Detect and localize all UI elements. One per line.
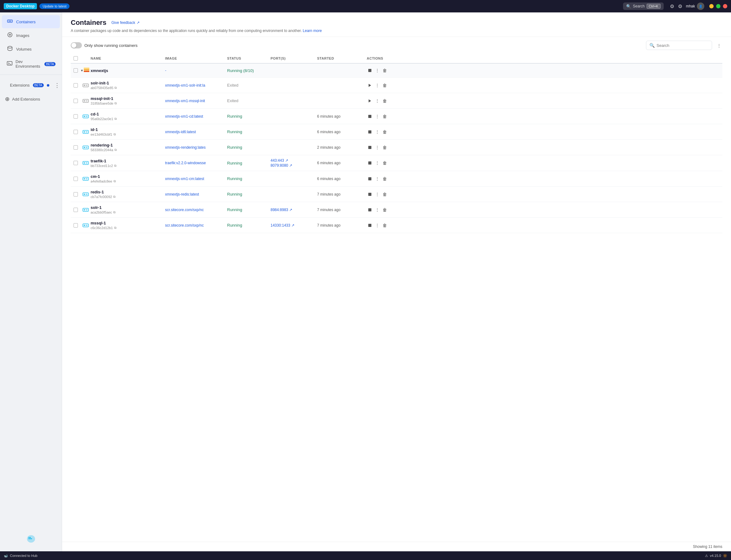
app-logo: Docker Desktop xyxy=(4,3,37,9)
delete-button[interactable]: 🗑 xyxy=(381,67,388,74)
stop-button[interactable] xyxy=(367,113,373,120)
more-actions-button[interactable]: ⋮ xyxy=(374,175,380,182)
container-image[interactable]: xmnextjs-rendering:lates xyxy=(165,145,227,150)
copy-icon[interactable]: ⧉ xyxy=(113,195,115,199)
update-button[interactable]: Update to latest xyxy=(39,3,70,9)
delete-button[interactable]: 🗑 xyxy=(381,129,388,135)
copy-icon[interactable]: ⧉ xyxy=(114,226,116,230)
preferences-icon[interactable]: ⚙ xyxy=(678,3,682,9)
delete-button[interactable]: 🗑 xyxy=(381,175,388,182)
search-shortcut: Ctrl+K xyxy=(647,4,661,9)
delete-button[interactable]: 🗑 xyxy=(381,82,388,89)
delete-button[interactable]: 🗑 xyxy=(381,113,388,120)
copy-icon[interactable]: ⧉ xyxy=(115,148,117,152)
copy-icon[interactable]: ⧉ xyxy=(115,102,117,105)
more-actions-button[interactable]: ⋮ xyxy=(374,113,380,120)
minimize-button[interactable] xyxy=(709,4,714,8)
sidebar-item-containers[interactable]: Containers xyxy=(2,15,60,28)
close-button[interactable] xyxy=(723,4,727,8)
stop-button[interactable] xyxy=(367,176,373,182)
global-search[interactable]: 🔍 Search Ctrl+K xyxy=(623,2,664,10)
search-input[interactable] xyxy=(657,43,709,48)
container-image[interactable]: scr.sitecore.com/sxp/nc xyxy=(165,223,227,228)
user-menu[interactable]: mhak 👤 xyxy=(686,2,704,10)
row-check[interactable] xyxy=(71,192,81,196)
extensions-more-icon[interactable]: ⋮ xyxy=(54,82,60,89)
stop-button[interactable] xyxy=(367,222,373,228)
row-check[interactable] xyxy=(71,83,81,88)
row-check[interactable] xyxy=(71,145,81,150)
table-row: rendering-1 583380c2044a ⧉ xmnextjs-rend… xyxy=(71,140,722,155)
port-link-1[interactable]: 8984:8983 ↗ xyxy=(271,208,317,212)
group-expand-icon[interactable]: ▾ xyxy=(81,67,91,74)
more-actions-button[interactable]: ⋮ xyxy=(374,191,380,198)
container-image[interactable]: xmnextjs-redis:latest xyxy=(165,192,227,196)
container-image[interactable]: xmnextjs-xm1-mssql-init xyxy=(165,99,227,103)
container-image[interactable]: xmnextjs-xm1-cd:latest xyxy=(165,114,227,119)
port-link-2[interactable]: 8079:8080 ↗ xyxy=(271,163,317,168)
more-actions-button[interactable]: ⋮ xyxy=(374,144,380,151)
maximize-button[interactable] xyxy=(716,4,720,8)
running-toggle[interactable] xyxy=(71,42,82,48)
table-container: NAME IMAGE STATUS PORT(S) STARTED ACTION… xyxy=(62,54,731,542)
delete-button[interactable]: 🗑 xyxy=(381,191,388,198)
settings-icon[interactable]: ⚙ xyxy=(670,3,674,9)
port-link-1[interactable]: 14330:1433 ↗ xyxy=(271,223,317,228)
stop-button[interactable] xyxy=(367,207,373,213)
more-actions-button[interactable]: ⋮ xyxy=(374,129,380,135)
more-actions-button[interactable]: ⋮ xyxy=(374,206,380,213)
add-extensions-button[interactable]: ⊕ Add Extensions xyxy=(0,93,62,105)
copy-icon[interactable]: ⧉ xyxy=(114,179,116,183)
row-check[interactable] xyxy=(71,99,81,103)
stop-button[interactable] xyxy=(367,160,373,166)
stop-button[interactable] xyxy=(367,191,373,197)
container-image[interactable]: xmnextjs-id6:latest xyxy=(165,130,227,134)
row-check[interactable] xyxy=(71,223,81,228)
container-port: 14330:1433 ↗ xyxy=(271,223,317,228)
stop-button[interactable] xyxy=(367,144,373,151)
container-id: aca2bb0f5aec ⧉ xyxy=(91,210,165,214)
copy-icon[interactable]: ⧉ xyxy=(115,86,117,90)
more-actions-button[interactable]: ⋮ xyxy=(374,67,380,74)
delete-button[interactable]: 🗑 xyxy=(381,222,388,229)
stop-button[interactable] xyxy=(367,129,373,135)
more-actions-button[interactable]: ⋮ xyxy=(374,97,380,104)
port-link-1[interactable]: 443:443 ↗ xyxy=(271,158,317,163)
sidebar-item-volumes[interactable]: Volumes xyxy=(2,43,60,56)
row-check[interactable] xyxy=(71,130,81,134)
sidebar-item-images[interactable]: Images xyxy=(2,29,60,42)
stop-button[interactable] xyxy=(367,67,373,74)
container-image[interactable]: scr.sitecore.com/sxp/nc xyxy=(165,208,227,212)
more-actions-button[interactable]: ⋮ xyxy=(374,222,380,229)
container-actions: ⋮ 🗑 xyxy=(367,113,398,120)
container-gray-icon xyxy=(82,82,89,89)
copy-icon[interactable]: ⧉ xyxy=(115,117,117,121)
row-check[interactable] xyxy=(71,161,81,165)
row-check[interactable] xyxy=(71,177,81,181)
row-check[interactable] xyxy=(71,68,81,73)
delete-button[interactable]: 🗑 xyxy=(381,97,388,104)
sidebar: Containers Images Volumes Dev Environmen… xyxy=(0,12,62,551)
copy-icon[interactable]: ⧉ xyxy=(113,210,115,214)
more-actions-button[interactable]: ⋮ xyxy=(374,160,380,166)
row-check[interactable] xyxy=(71,114,81,119)
sidebar-item-dev-environments[interactable]: Dev Environments BETA xyxy=(2,56,60,72)
container-image[interactable]: traefik:v2.2.0-windowsse xyxy=(165,161,227,165)
delete-button[interactable]: 🗑 xyxy=(381,206,388,213)
container-status: Running xyxy=(227,129,271,134)
delete-button[interactable]: 🗑 xyxy=(381,160,388,166)
delete-button[interactable]: 🗑 xyxy=(381,144,388,151)
copy-icon[interactable]: ⧉ xyxy=(114,164,116,168)
feedback-link[interactable]: Give feedback ↗ xyxy=(111,20,140,25)
more-actions-button[interactable]: ⋮ xyxy=(374,82,380,89)
select-all-checkbox[interactable] xyxy=(74,56,78,61)
container-image[interactable]: xmnextjs-xm1-cm:latest xyxy=(165,177,227,181)
header-check[interactable] xyxy=(71,56,81,61)
start-button[interactable] xyxy=(367,82,373,88)
container-image[interactable]: xmnextjs-xm1-solr-init:la xyxy=(165,83,227,88)
copy-icon[interactable]: ⧉ xyxy=(114,133,116,136)
more-options-button[interactable]: ⋮ xyxy=(716,42,722,49)
start-button[interactable] xyxy=(367,98,373,104)
row-check[interactable] xyxy=(71,208,81,212)
learn-more-link[interactable]: Learn more xyxy=(303,29,322,33)
